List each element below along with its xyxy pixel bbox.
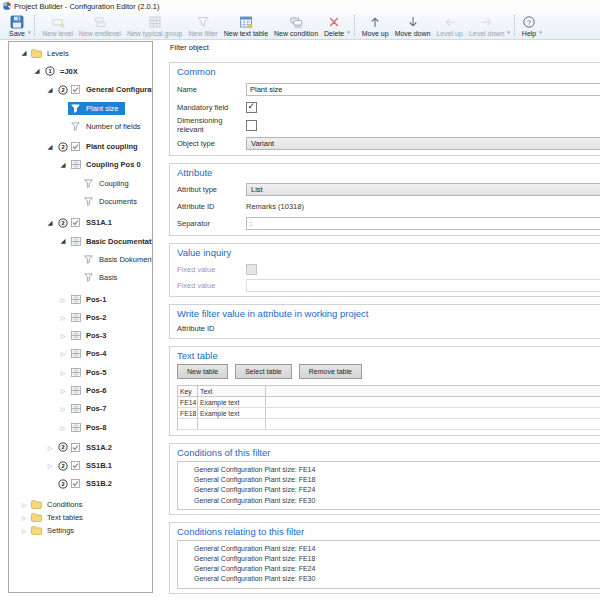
- toolbar-new-text-table-button[interactable]: New text table: [221, 13, 271, 38]
- fixed-value-checkbox: [246, 264, 257, 275]
- condition-item[interactable]: General Configuration Plant size: FE14: [178, 544, 600, 554]
- condition-item[interactable]: General Configuration Plant size: FE24: [178, 485, 600, 495]
- tree-expander-closed-icon[interactable]: ▷: [45, 444, 55, 451]
- tree-node[interactable]: 2SS1A.2: [55, 441, 118, 454]
- tree-expander-closed-icon[interactable]: ▷: [58, 350, 68, 357]
- tree-checkbox[interactable]: [71, 218, 80, 227]
- tree-node[interactable]: Documents: [81, 195, 143, 208]
- tree-checkbox[interactable]: [71, 142, 80, 151]
- toolbar-overflow-chevron-icon[interactable]: ▾: [347, 29, 351, 38]
- table-cell[interactable]: FE14: [178, 397, 198, 407]
- tree-checkbox[interactable]: [71, 85, 80, 94]
- mandatory-field-checkbox[interactable]: [246, 102, 257, 113]
- tree-node[interactable]: 2SS1A.1: [55, 216, 118, 229]
- tree-node[interactable]: Coupling: [81, 177, 135, 190]
- tree-node[interactable]: Pos-7: [68, 402, 112, 415]
- tree-node[interactable]: Settings: [29, 524, 80, 537]
- new-text-table-icon: [239, 14, 253, 29]
- tree-expander-closed-icon[interactable]: ▷: [58, 405, 68, 412]
- tree-expander-closed-icon[interactable]: ▷: [19, 514, 29, 521]
- tree-expander-closed-icon[interactable]: ▷: [58, 424, 68, 431]
- section-heading: Write filter value in attribute in worki…: [177, 308, 600, 319]
- tree-node[interactable]: Basis: [81, 271, 123, 284]
- field-control: List: [246, 183, 600, 196]
- tree-expander-closed-icon[interactable]: ▷: [58, 296, 68, 303]
- field-label: Name: [177, 85, 246, 94]
- toolbar-move-up-button[interactable]: Move up: [359, 13, 392, 38]
- new-table-button[interactable]: New table: [177, 364, 228, 379]
- tree-node[interactable]: Pos-5: [68, 366, 112, 379]
- toolbar-help-button[interactable]: ?Help: [519, 13, 539, 38]
- tree-expander-closed-icon[interactable]: ▷: [19, 527, 29, 534]
- select-table-button[interactable]: Select table: [235, 364, 292, 379]
- attribut-type-select[interactable]: List: [246, 183, 600, 196]
- toolbar-save-button[interactable]: Save: [6, 13, 28, 38]
- tree-node[interactable]: 1=J0X: [42, 65, 84, 78]
- table-row[interactable]: FE14Example text: [178, 397, 600, 408]
- table-cell[interactable]: [198, 419, 266, 429]
- tree-expander-open-icon[interactable]: ◢: [32, 67, 42, 75]
- condition-item[interactable]: General Configuration Plant size: FE18: [178, 475, 600, 485]
- tree-node[interactable]: Conditions: [29, 498, 88, 511]
- tree-node[interactable]: Basic Documentation: [68, 235, 153, 248]
- tree-expander-closed-icon[interactable]: ▷: [45, 462, 55, 469]
- tree-node[interactable]: Levels: [29, 47, 75, 60]
- condition-item[interactable]: General Configuration Plant size: FE24: [178, 564, 600, 574]
- tree-expander-open-icon[interactable]: ◢: [45, 86, 55, 94]
- tree-expander-closed-icon[interactable]: ▷: [58, 369, 68, 376]
- table-cell[interactable]: Example text: [198, 397, 266, 407]
- tree-expander-open-icon[interactable]: ◢: [45, 219, 55, 227]
- table-cell[interactable]: [178, 419, 198, 429]
- tree-expander-closed-icon[interactable]: ▷: [58, 387, 68, 394]
- toolbar-overflow-chevron-icon[interactable]: ▾: [539, 29, 543, 38]
- section-heading: Attribute: [177, 167, 600, 178]
- tree-node[interactable]: Pos-8: [68, 421, 112, 434]
- tree-node[interactable]: Pos-1: [68, 293, 112, 306]
- tree-node[interactable]: Coupling Pos 0: [68, 158, 147, 171]
- tree-checkbox[interactable]: [71, 479, 80, 488]
- table-row[interactable]: [178, 419, 600, 430]
- tree-expander-closed-icon[interactable]: ▷: [58, 314, 68, 321]
- toolbar-overflow-chevron-icon[interactable]: ▾: [28, 29, 32, 38]
- tree-node[interactable]: 2SS1B.1: [55, 459, 118, 472]
- tree-node[interactable]: Plant size: [68, 102, 125, 115]
- tree-item-pos-6: ▷Pos-6: [9, 381, 152, 399]
- toolbar-move-down-button[interactable]: Move down: [392, 13, 434, 38]
- tree-node[interactable]: Number of fields: [68, 120, 147, 133]
- dimensioning-relevant-checkbox[interactable]: [246, 120, 257, 131]
- tree-expander-open-icon[interactable]: ◢: [58, 161, 68, 169]
- tree-node[interactable]: 2General Configuration: [55, 83, 153, 96]
- tree-node[interactable]: 2Plant coupling: [55, 140, 144, 153]
- remove-table-button[interactable]: Remove table: [299, 364, 362, 379]
- tree-expander-closed-icon[interactable]: ▷: [19, 501, 29, 508]
- tree-expander-closed-icon[interactable]: ▷: [58, 332, 68, 339]
- toolbar-delete-button[interactable]: Delete: [321, 13, 347, 38]
- table-cell[interactable]: FE18: [178, 408, 198, 418]
- separator-input[interactable]: [246, 217, 600, 230]
- tree-node[interactable]: Pos-4: [68, 347, 112, 360]
- toolbar-overflow-chevron-icon[interactable]: ▾: [507, 29, 511, 38]
- tree-node[interactable]: Text tables: [29, 511, 89, 524]
- tree-expander-open-icon[interactable]: ◢: [58, 237, 68, 245]
- tree-node[interactable]: Pos-2: [68, 311, 112, 324]
- tree-node[interactable]: Basis Dokumente: [81, 253, 153, 266]
- table-cell[interactable]: Example text: [198, 408, 266, 418]
- condition-item[interactable]: General Configuration Plant size: FE30: [178, 496, 600, 506]
- toolbar-new-condition-button[interactable]: New condition: [271, 13, 321, 38]
- tree-expander-open-icon[interactable]: ◢: [19, 49, 29, 57]
- object-type-select[interactable]: Variant: [246, 137, 600, 150]
- section-write-filter: Write filter value in attribute in worki…: [169, 304, 600, 339]
- tree-node[interactable]: Pos-6: [68, 384, 112, 397]
- tree-node[interactable]: Pos-3: [68, 329, 112, 342]
- field-label: Attribute ID: [177, 324, 246, 333]
- tree-checkbox[interactable]: [71, 443, 80, 452]
- numbered-circle-icon: 2: [57, 442, 68, 452]
- tree-checkbox[interactable]: [71, 461, 80, 470]
- name-input[interactable]: [246, 83, 600, 96]
- tree-expander-open-icon[interactable]: ◢: [45, 143, 55, 151]
- condition-item[interactable]: General Configuration Plant size: FE14: [178, 465, 600, 475]
- condition-item[interactable]: General Configuration Plant size: FE18: [178, 554, 600, 564]
- condition-item[interactable]: General Configuration Plant size: FE30: [178, 574, 600, 584]
- table-row[interactable]: FE18Example text: [178, 408, 600, 419]
- tree-node[interactable]: 2SS1B.2: [55, 477, 118, 490]
